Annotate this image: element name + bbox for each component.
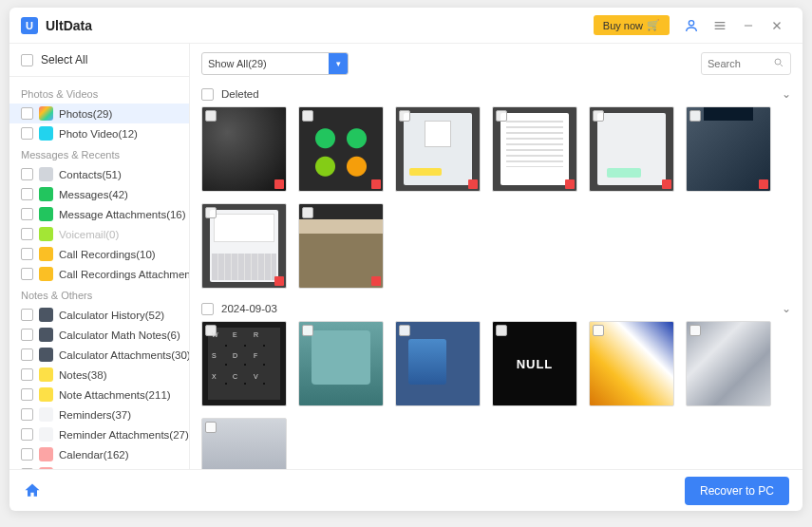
photo-thumb[interactable] bbox=[589, 106, 674, 192]
sidebar-item[interactable]: Photo Video(12) bbox=[9, 123, 189, 143]
sidebar-item-checkbox[interactable] bbox=[21, 168, 33, 180]
photo-thumb[interactable]: WERSDFXCV bbox=[201, 321, 287, 406]
photo-thumb[interactable] bbox=[201, 106, 287, 192]
sidebar-item[interactable]: Messages(42) bbox=[9, 184, 189, 204]
sidebar-item-label: Calculator Attachments(30) bbox=[59, 349, 189, 361]
category-icon bbox=[39, 167, 53, 181]
sidebar-item-label: Photo Video(12) bbox=[59, 128, 138, 140]
sidebar-item-checkbox[interactable] bbox=[21, 309, 33, 321]
thumb-checkbox[interactable] bbox=[205, 110, 217, 122]
section-header[interactable]: 2024-09-03⌄ bbox=[201, 298, 791, 321]
sidebar-item[interactable]: Photos(29) bbox=[9, 104, 189, 123]
footer: Recover to PC bbox=[9, 469, 803, 511]
thumb-checkbox[interactable] bbox=[496, 110, 507, 122]
section-checkbox[interactable] bbox=[201, 303, 214, 315]
search-box[interactable] bbox=[701, 52, 791, 75]
sidebar-item-label: Call Recordings(10) bbox=[59, 249, 156, 260]
sidebar-item[interactable]: Calculator History(52) bbox=[9, 305, 189, 325]
thumb-checkbox[interactable] bbox=[302, 207, 313, 218]
minimize-icon[interactable] bbox=[738, 15, 759, 36]
photo-thumb[interactable] bbox=[201, 203, 287, 289]
chevron-down-icon[interactable]: ⌄ bbox=[782, 302, 791, 315]
section-header[interactable]: Deleted⌄ bbox=[201, 84, 791, 106]
photo-thumb[interactable] bbox=[298, 321, 384, 406]
thumb-checkbox[interactable] bbox=[496, 325, 507, 336]
photo-thumb[interactable] bbox=[395, 106, 481, 192]
sidebar-item[interactable]: Reminders(37) bbox=[9, 405, 189, 424]
sidebar-item[interactable]: Voicemail(0) bbox=[9, 224, 189, 244]
category-icon bbox=[39, 328, 53, 342]
select-all-checkbox[interactable] bbox=[21, 54, 33, 66]
category-icon bbox=[39, 387, 53, 402]
thumb-text: NULL bbox=[517, 357, 554, 371]
sidebar-item-checkbox[interactable] bbox=[21, 107, 33, 120]
thumb-checkbox[interactable] bbox=[399, 110, 410, 122]
thumb-checkbox[interactable] bbox=[205, 207, 217, 218]
menu-icon[interactable] bbox=[709, 15, 730, 36]
sidebar-item-checkbox[interactable] bbox=[21, 388, 33, 401]
thumb-checkbox[interactable] bbox=[593, 325, 604, 336]
category-icon bbox=[39, 407, 53, 422]
photo-thumb[interactable] bbox=[298, 106, 384, 192]
section-checkbox[interactable] bbox=[201, 88, 214, 101]
thumb-checkbox[interactable] bbox=[689, 110, 701, 122]
deleted-badge-icon bbox=[468, 179, 478, 189]
sidebar-item[interactable]: Notes(38) bbox=[9, 365, 189, 385]
sidebar-item-checkbox[interactable] bbox=[21, 188, 33, 200]
photo-thumb[interactable] bbox=[298, 203, 384, 289]
home-icon[interactable] bbox=[23, 481, 42, 500]
category-icon bbox=[39, 427, 53, 442]
close-icon[interactable] bbox=[766, 15, 787, 36]
sidebar-item-checkbox[interactable] bbox=[21, 208, 33, 220]
section-title: Deleted bbox=[221, 88, 259, 100]
thumb-checkbox[interactable] bbox=[302, 325, 313, 336]
filter-dropdown[interactable]: Show All(29) ▾ bbox=[201, 52, 349, 75]
photo-thumb[interactable] bbox=[589, 321, 674, 406]
sidebar-item-checkbox[interactable] bbox=[21, 408, 33, 421]
content-area: Show All(29) ▾ Deleted⌄2024-09-03⌄WERSDF… bbox=[190, 44, 803, 469]
photo-thumb[interactable] bbox=[686, 321, 771, 406]
recover-button[interactable]: Recover to PC bbox=[685, 477, 789, 505]
sidebar-item-checkbox[interactable] bbox=[21, 228, 33, 240]
thumb-checkbox[interactable] bbox=[302, 110, 313, 122]
gallery[interactable]: Deleted⌄2024-09-03⌄WERSDFXCVNULL bbox=[190, 84, 803, 469]
sidebar-item[interactable]: Calendar(162) bbox=[9, 444, 189, 464]
sidebar-item[interactable]: Contacts(51) bbox=[9, 164, 189, 184]
sidebar-item-checkbox[interactable] bbox=[21, 368, 33, 381]
photo-thumb[interactable] bbox=[686, 106, 771, 192]
sidebar-item-checkbox[interactable] bbox=[21, 248, 33, 260]
sidebar-item-checkbox[interactable] bbox=[21, 268, 33, 280]
sidebar-item[interactable]: Reminder Attachments(27) bbox=[9, 424, 189, 444]
thumb-checkbox[interactable] bbox=[593, 110, 604, 122]
thumb-checkbox[interactable] bbox=[399, 325, 410, 336]
search-icon bbox=[773, 57, 784, 70]
sidebar-item[interactable]: Call Recordings(10) bbox=[9, 244, 189, 264]
section-title: 2024-09-03 bbox=[221, 303, 277, 314]
thumb-checkbox[interactable] bbox=[205, 422, 217, 433]
thumb-checkbox[interactable] bbox=[689, 325, 701, 336]
user-icon[interactable] bbox=[681, 15, 702, 36]
sidebar-item-checkbox[interactable] bbox=[21, 428, 33, 441]
sidebar-item[interactable]: Note Attachments(211) bbox=[9, 385, 189, 405]
sidebar-item-checkbox[interactable] bbox=[21, 348, 33, 361]
sidebar-item-checkbox[interactable] bbox=[21, 127, 33, 140]
deleted-badge-icon bbox=[565, 179, 575, 189]
photo-thumb[interactable] bbox=[395, 321, 481, 406]
sidebar-item[interactable]: Calculator Math Notes(6) bbox=[9, 325, 189, 345]
search-input[interactable] bbox=[708, 58, 769, 69]
sidebar-item-label: Reminders(37) bbox=[59, 409, 131, 421]
sidebar-item[interactable]: Message Attachments(16) bbox=[9, 204, 189, 224]
photo-thumb[interactable] bbox=[201, 418, 287, 469]
sidebar-list[interactable]: Photos & VideosPhotos(29)Photo Video(12)… bbox=[9, 77, 189, 469]
sidebar-item-label: Calculator Math Notes(6) bbox=[59, 329, 180, 341]
photo-thumb[interactable]: NULL bbox=[492, 321, 577, 406]
select-all-row[interactable]: Select All bbox=[9, 44, 189, 77]
sidebar-item[interactable]: Calculator Attachments(30) bbox=[9, 345, 189, 365]
sidebar-item-checkbox[interactable] bbox=[21, 329, 33, 341]
category-icon bbox=[39, 187, 53, 201]
buy-now-button[interactable]: Buy now 🛒 bbox=[594, 15, 670, 35]
sidebar-item-checkbox[interactable] bbox=[21, 448, 33, 461]
chevron-down-icon[interactable]: ⌄ bbox=[782, 87, 791, 101]
sidebar-item[interactable]: Call Recordings Attachment... bbox=[9, 264, 189, 284]
photo-thumb[interactable] bbox=[492, 106, 577, 192]
